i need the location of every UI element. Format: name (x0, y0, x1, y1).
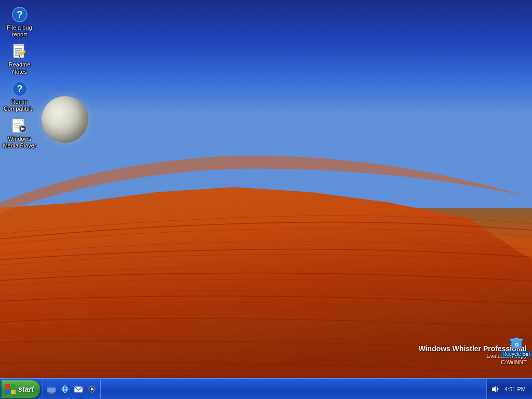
compat-icon-image: ? (11, 81, 28, 97)
desktop: ? File a bug report (0, 0, 532, 399)
windows-media-player-icon[interactable]: Windows Media Player (0, 115, 39, 151)
readme-icon-image (11, 43, 28, 60)
system-clock[interactable]: 4:51 PM (502, 386, 528, 392)
taskbar: start (0, 378, 532, 399)
svg-rect-28 (5, 384, 10, 389)
watermark-drive: C:\WINNT (419, 359, 527, 365)
recycle-bin-label: Recycle Bin (501, 351, 531, 357)
svg-rect-35 (48, 393, 55, 394)
svg-rect-31 (11, 390, 16, 394)
outlook-express-button[interactable] (72, 383, 85, 395)
run-compat-icon[interactable]: ? Run in Compatibil... (0, 78, 39, 114)
moon (42, 96, 88, 143)
start-button[interactable]: start (1, 380, 41, 398)
desktop-icons: ? File a bug report (0, 0, 42, 153)
svg-rect-29 (11, 384, 16, 389)
svg-marker-45 (492, 386, 496, 392)
readme-notes-icon[interactable]: Readme Notes (0, 41, 39, 77)
svg-rect-34 (50, 392, 53, 393)
system-tray: 4:51 PM (486, 379, 532, 400)
media-player-quick-button[interactable] (86, 383, 98, 395)
svg-rect-33 (47, 386, 56, 388)
svg-text:♻: ♻ (514, 342, 518, 348)
show-desktop-button[interactable] (45, 383, 58, 395)
compat-label: Run in Compatibil... (2, 99, 37, 112)
svg-text:?: ? (17, 9, 22, 20)
media-player-icon-image (11, 117, 28, 134)
svg-rect-26 (514, 338, 518, 339)
start-label: start (18, 385, 34, 393)
media-player-label: Windows Media Player (2, 136, 37, 149)
recycle-bin[interactable]: ♻ Recycle Bin (500, 333, 532, 358)
volume-tray-icon[interactable] (491, 385, 499, 393)
background-svg (0, 0, 532, 378)
quick-launch (43, 380, 101, 398)
readme-label: Readme Notes (2, 61, 37, 75)
svg-text:?: ? (17, 84, 22, 94)
bug-report-label: File a bug report (2, 24, 37, 38)
bug-report-icon-image: ? (11, 6, 28, 23)
svg-rect-30 (5, 390, 10, 394)
internet-explorer-button[interactable] (59, 383, 71, 395)
recycle-bin-icon: ♻ (508, 334, 525, 351)
windows-logo (5, 383, 16, 395)
file-bug-report-icon[interactable]: ? File a bug report (0, 4, 39, 40)
